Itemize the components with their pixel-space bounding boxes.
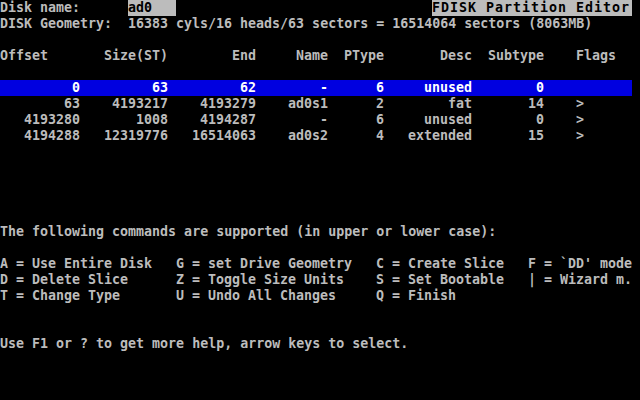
- cell-name: ad0s2: [264, 128, 328, 144]
- cell-subtype: 0: [480, 80, 544, 96]
- disk-geometry-label: DISK Geometry:: [0, 16, 112, 32]
- cell-flags: [576, 80, 624, 96]
- command-dd-mode[interactable]: F = `DD' mode: [528, 256, 632, 272]
- commands-intro-line: The following commands are supported (in…: [0, 224, 640, 240]
- disk-name-line: Disk name: ad0 FDISK Partition Editor: [0, 0, 640, 16]
- help-text: Use F1 or ? to get more help, arrow keys…: [0, 336, 408, 352]
- fdisk-partition-editor-screen: Disk name: ad0 FDISK Partition Editor DI…: [0, 0, 640, 400]
- table-row[interactable]: 63 4193217 4193279 ad0s1 2 fat 14 >: [0, 96, 640, 112]
- cell-ptype: 4: [336, 128, 384, 144]
- cell-flags: >: [576, 96, 624, 112]
- cell-ptype: 6: [336, 80, 384, 96]
- cell-name: -: [264, 80, 328, 96]
- disk-name-value: ad0: [128, 0, 176, 16]
- table-row[interactable]: 4194288 12319776 16514063 ad0s2 4 extend…: [0, 128, 640, 144]
- disk-geometry-value: 16383 cyls/16 heads/63 sectors = 1651406…: [128, 16, 592, 32]
- cell-end: 16514063: [176, 128, 256, 144]
- cell-flags: >: [576, 128, 624, 144]
- command-change-type[interactable]: T = Change Type: [0, 288, 120, 304]
- disk-geometry-line: DISK Geometry: 16383 cyls/16 heads/63 se…: [0, 16, 640, 32]
- cell-size: 12319776: [88, 128, 168, 144]
- cell-desc: extended: [392, 128, 472, 144]
- cell-subtype: 14: [480, 96, 544, 112]
- cell-size: 4193217: [88, 96, 168, 112]
- cell-name: ad0s1: [264, 96, 328, 112]
- cell-flags: >: [576, 112, 624, 128]
- disk-name-label: Disk name:: [0, 0, 80, 16]
- column-header-desc: Desc: [392, 48, 472, 64]
- cell-ptype: 2: [336, 96, 384, 112]
- cell-size: 1008: [88, 112, 168, 128]
- command-delete-slice[interactable]: D = Delete Slice: [0, 272, 128, 288]
- table-row[interactable]: 4193280 1008 4194287 - 6 unused 0 >: [0, 112, 640, 128]
- command-finish[interactable]: Q = Finish: [376, 288, 456, 304]
- command-set-drive-geometry[interactable]: G = set Drive Geometry: [176, 256, 352, 272]
- column-header-ptype: PType: [336, 48, 384, 64]
- cell-ptype: 6: [336, 112, 384, 128]
- command-use-entire-disk[interactable]: A = Use Entire Disk: [0, 256, 152, 272]
- help-line: Use F1 or ? to get more help, arrow keys…: [0, 336, 640, 352]
- commands-row-3: T = Change Type U = Undo All Changes Q =…: [0, 288, 640, 304]
- cell-offset: 63: [0, 96, 80, 112]
- command-toggle-size-units[interactable]: Z = Toggle Size Units: [176, 272, 344, 288]
- commands-row-1: A = Use Entire Disk G = set Drive Geomet…: [0, 256, 640, 272]
- table-row-selected[interactable]: 0 63 62 - 6 unused 0: [0, 80, 632, 96]
- command-set-bootable[interactable]: S = Set Bootable: [376, 272, 504, 288]
- cell-desc: unused: [392, 112, 472, 128]
- cell-desc: fat: [392, 96, 472, 112]
- cell-offset: 0: [0, 80, 80, 96]
- cell-desc: unused: [392, 80, 472, 96]
- command-wizard-mode[interactable]: | = Wizard m.: [528, 272, 632, 288]
- cell-name: -: [264, 112, 328, 128]
- column-header-size: Size(ST): [88, 48, 168, 64]
- column-header-flags: Flags: [576, 48, 624, 64]
- command-create-slice[interactable]: C = Create Slice: [376, 256, 504, 272]
- commands-intro-text: The following commands are supported (in…: [0, 224, 496, 240]
- column-header-name: Name: [264, 48, 328, 64]
- cell-end: 4194287: [176, 112, 256, 128]
- table-header-row: Offset Size(ST) End Name PType Desc Subt…: [0, 48, 640, 64]
- cell-offset: 4193280: [0, 112, 80, 128]
- command-undo-all-changes[interactable]: U = Undo All Changes: [176, 288, 336, 304]
- cell-end: 62: [176, 80, 256, 96]
- column-header-offset: Offset: [0, 48, 80, 64]
- cell-offset: 4194288: [0, 128, 80, 144]
- cell-subtype: 0: [480, 112, 544, 128]
- page-title: FDISK Partition Editor: [432, 0, 632, 16]
- cell-size: 63: [88, 80, 168, 96]
- column-header-end: End: [176, 48, 256, 64]
- cell-subtype: 15: [480, 128, 544, 144]
- column-header-subtype: Subtype: [480, 48, 544, 64]
- commands-row-2: D = Delete Slice Z = Toggle Size Units S…: [0, 272, 640, 288]
- cell-end: 4193279: [176, 96, 256, 112]
